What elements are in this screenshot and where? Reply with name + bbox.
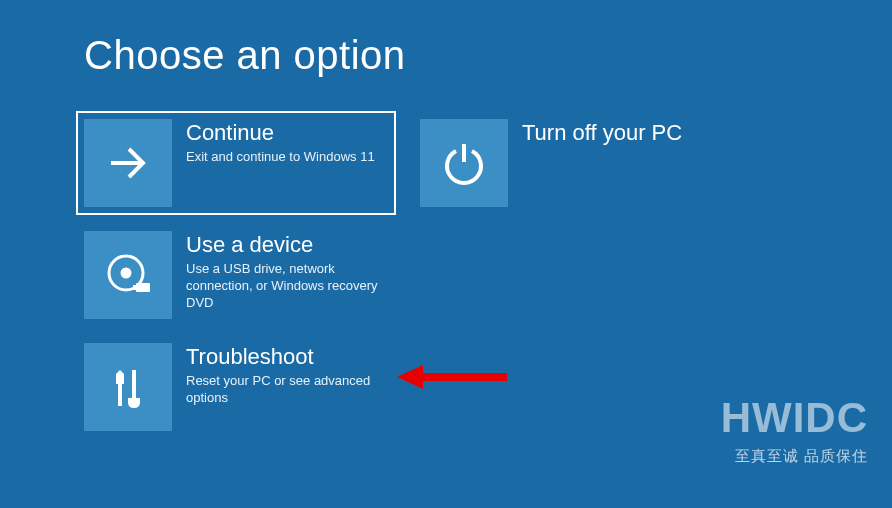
option-use-device-title: Use a device [186, 233, 382, 257]
option-use-device-desc: Use a USB drive, network connection, or … [186, 261, 382, 312]
option-turnoff-text: Turn off your PC [508, 119, 682, 149]
option-continue-title: Continue [186, 121, 375, 145]
option-continue-desc: Exit and continue to Windows 11 [186, 149, 375, 166]
svg-marker-8 [397, 365, 507, 389]
option-troubleshoot-title: Troubleshoot [186, 345, 382, 369]
svg-rect-4 [136, 283, 150, 292]
option-use-device[interactable]: Use a device Use a USB drive, network co… [76, 223, 396, 327]
option-troubleshoot[interactable]: Troubleshoot Reset your PC or see advanc… [76, 335, 396, 439]
option-troubleshoot-text: Troubleshoot Reset your PC or see advanc… [172, 343, 382, 407]
option-troubleshoot-desc: Reset your PC or see advanced options [186, 373, 382, 407]
tools-icon [84, 343, 172, 431]
disc-usb-icon [84, 231, 172, 319]
watermark-tagline: 至真至诚 品质保住 [721, 447, 868, 466]
svg-rect-5 [133, 285, 137, 290]
option-continue-text: Continue Exit and continue to Windows 11 [172, 119, 375, 166]
svg-rect-6 [118, 384, 122, 406]
page-title: Choose an option [84, 33, 406, 78]
red-arrow-annotation [397, 365, 507, 389]
svg-rect-7 [132, 370, 136, 400]
watermark: HWIDC 至真至诚 品质保住 [721, 397, 868, 466]
svg-point-3 [122, 269, 130, 277]
option-use-device-text: Use a device Use a USB drive, network co… [172, 231, 382, 312]
arrow-right-icon [84, 119, 172, 207]
option-continue[interactable]: Continue Exit and continue to Windows 11 [76, 111, 396, 215]
option-turnoff[interactable]: Turn off your PC [412, 111, 732, 215]
power-icon [420, 119, 508, 207]
watermark-logo: HWIDC [721, 397, 868, 439]
option-turnoff-title: Turn off your PC [522, 121, 682, 145]
